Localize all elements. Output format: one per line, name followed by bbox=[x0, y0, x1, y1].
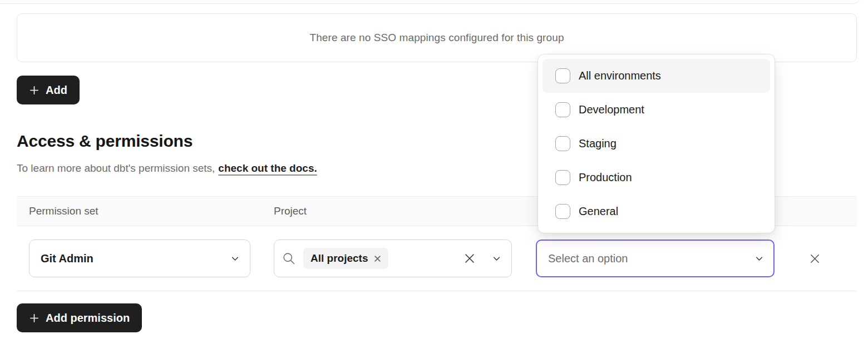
dropdown-option-general[interactable]: General bbox=[542, 195, 770, 228]
chevron-down-icon bbox=[754, 254, 764, 263]
plus-icon bbox=[29, 313, 40, 323]
dropdown-option-label: Production bbox=[579, 171, 632, 184]
description-text: To learn more about dbt's permission set… bbox=[17, 162, 215, 174]
docs-link[interactable]: check out the docs. bbox=[218, 162, 317, 174]
project-tag-label: All projects bbox=[310, 252, 368, 265]
chevron-down-icon bbox=[492, 254, 501, 263]
search-icon bbox=[282, 251, 297, 266]
checkbox[interactable] bbox=[555, 204, 570, 219]
checkbox[interactable] bbox=[555, 170, 570, 185]
permission-set-value: Git Admin bbox=[41, 252, 93, 265]
permission-table-row: Git Admin All projects bbox=[17, 226, 857, 291]
close-icon bbox=[808, 252, 821, 265]
dropdown-option-label: Staging bbox=[579, 137, 617, 150]
column-header-project: Project bbox=[262, 205, 524, 217]
environment-select[interactable]: Select an option bbox=[536, 240, 775, 277]
plus-icon bbox=[29, 85, 40, 96]
previous-card-bottom-edge bbox=[0, 0, 861, 4]
environment-placeholder: Select an option bbox=[548, 252, 628, 265]
add-button-label: Add bbox=[46, 84, 67, 97]
add-permission-button[interactable]: Add permission bbox=[17, 303, 142, 332]
environment-dropdown-menu: All environments Development Staging Pro… bbox=[537, 54, 775, 233]
dropdown-option-production[interactable]: Production bbox=[542, 161, 770, 195]
dropdown-option-label: Development bbox=[579, 103, 644, 116]
project-multiselect[interactable]: All projects bbox=[274, 240, 512, 277]
project-tag: All projects bbox=[303, 248, 388, 269]
dropdown-option-label: General bbox=[579, 205, 618, 218]
dropdown-option-staging[interactable]: Staging bbox=[542, 127, 770, 161]
dropdown-option-development[interactable]: Development bbox=[542, 93, 770, 127]
add-permission-label: Add permission bbox=[46, 312, 130, 325]
dropdown-option-all-environments[interactable]: All environments bbox=[542, 59, 770, 93]
remove-tag-icon[interactable] bbox=[374, 255, 381, 262]
checkbox[interactable] bbox=[555, 102, 570, 117]
column-header-permission-set: Permission set bbox=[17, 205, 262, 217]
clear-selection-icon[interactable] bbox=[463, 252, 476, 265]
checkbox[interactable] bbox=[555, 68, 570, 83]
sso-empty-message: There are no SSO mappings configured for… bbox=[309, 32, 564, 44]
remove-row-button[interactable] bbox=[803, 247, 826, 270]
dropdown-option-label: All environments bbox=[579, 69, 661, 82]
chevron-down-icon bbox=[230, 254, 240, 263]
permission-set-select[interactable]: Git Admin bbox=[29, 240, 250, 277]
checkbox[interactable] bbox=[555, 136, 570, 151]
add-sso-mapping-button[interactable]: Add bbox=[17, 76, 80, 104]
